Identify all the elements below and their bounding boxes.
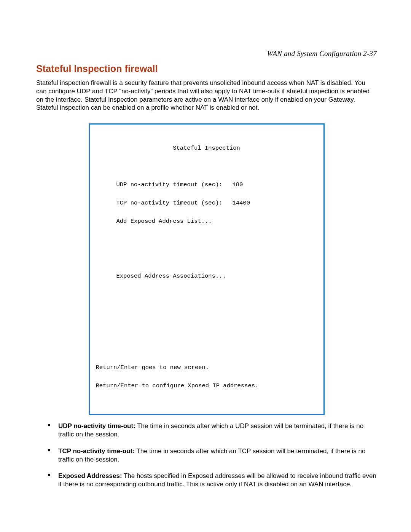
document-page: WAN and System Configuration 2-37 Statef… (0, 0, 411, 532)
tcp-value: 14400 (233, 200, 250, 206)
terminal-blank (94, 235, 320, 244)
tcp-label: TCP no-activity timeout (sec): (116, 198, 233, 208)
terminal-blank (94, 253, 320, 262)
terminal-udp-row: UDP no-activity timeout (sec):180 (94, 180, 320, 189)
terminal-blank (94, 326, 320, 335)
terminal-add-list: Add Exposed Address List... (94, 217, 320, 226)
bullet-term: TCP no-activity time-out: (58, 447, 135, 455)
section-title: Stateful Inspection firewall (36, 63, 377, 74)
terminal-blank (94, 308, 320, 317)
terminal-blank (94, 290, 320, 299)
list-item: UDP no-activity time-out: The time in se… (48, 422, 377, 439)
bullet-term: UDP no-activity time-out: (58, 422, 135, 430)
terminal-tcp-row: TCP no-activity timeout (sec):14400 (94, 198, 320, 208)
bullet-list: UDP no-activity time-out: The time in se… (36, 422, 377, 489)
terminal-footer-1: Return/Enter goes to new screen. (94, 363, 320, 372)
intro-paragraph: Stateful inspection firewall is a securi… (36, 79, 377, 112)
terminal-assoc: Exposed Address Associations... (94, 272, 320, 281)
bullet-term: Exposed Addresses: (58, 472, 122, 479)
terminal-blank (94, 162, 320, 171)
running-header: WAN and System Configuration 2-37 (36, 50, 377, 58)
list-item: Exposed Addresses: The hosts specified i… (48, 472, 377, 489)
terminal-title: Stateful Inspection (94, 144, 320, 153)
list-item: TCP no-activity time-out: The time in se… (48, 447, 377, 464)
terminal-box: Stateful Inspection UDP no-activity time… (89, 123, 325, 415)
terminal-blank (94, 345, 320, 354)
udp-value: 180 (233, 181, 243, 188)
terminal-footer-2: Return/Enter to configure Xposed IP addr… (94, 381, 320, 390)
udp-label: UDP no-activity timeout (sec): (116, 180, 233, 189)
